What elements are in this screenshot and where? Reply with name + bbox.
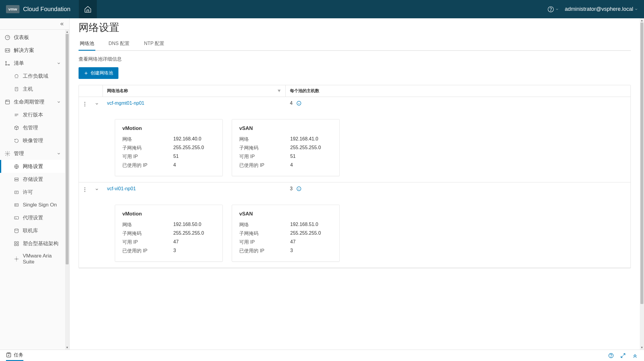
- network-icon: [13, 163, 20, 170]
- footer-collapse-button[interactable]: [632, 353, 638, 359]
- tab-dns[interactable]: DNS 配置: [107, 38, 131, 51]
- logo: vmw: [6, 5, 19, 13]
- sidebar-item-inventory[interactable]: 清单: [0, 57, 65, 70]
- scrollbar-thumb[interactable]: [66, 34, 69, 264]
- sidebar-item-depot[interactable]: 联机库: [0, 224, 65, 237]
- filter-icon[interactable]: [277, 89, 281, 93]
- inventory-icon: [4, 60, 11, 67]
- lifecycle-icon: [4, 99, 11, 105]
- workload-icon: [13, 73, 20, 80]
- sidebar-item-label: 映像管理: [23, 137, 43, 144]
- sidebar-item-dashboard[interactable]: 仪表板: [0, 31, 65, 44]
- card-value: 4: [173, 162, 176, 169]
- user-menu[interactable]: administrator@vsphere.local: [565, 6, 638, 12]
- svg-point-27: [85, 106, 85, 107]
- scrollbar-thumb[interactable]: [640, 23, 643, 304]
- sidebar-item-bundles[interactable]: 包管理: [0, 121, 65, 134]
- create-network-pool-button[interactable]: 创建网络池: [79, 67, 118, 79]
- row-actions-menu[interactable]: [79, 186, 91, 192]
- card-label: 已使用的 IP: [122, 248, 173, 254]
- card-label: 子网掩码: [239, 230, 290, 237]
- card-title: vSAN: [239, 125, 332, 131]
- sidebar-item-label: 仪表板: [14, 34, 29, 41]
- row-expand-toggle[interactable]: [91, 186, 103, 191]
- help-icon: [547, 6, 554, 13]
- nav-list: 仪表板 解决方案 清单 工作负载域 主机 生命周期管理: [0, 30, 65, 350]
- card-value: 4: [290, 162, 293, 169]
- pool-name-link[interactable]: vcf-mgmt01-np01: [103, 101, 286, 106]
- svg-rect-21: [17, 242, 19, 243]
- scroll-up-arrow[interactable]: ▲: [640, 18, 644, 23]
- sidebar-item-composable[interactable]: 塑合型基础架构: [0, 237, 65, 250]
- sidebar-item-proxy[interactable]: 代理设置: [0, 211, 65, 224]
- scroll-down-arrow[interactable]: ▼: [65, 345, 69, 350]
- license-icon: [13, 189, 20, 196]
- info-icon[interactable]: [296, 101, 302, 106]
- svg-rect-14: [15, 179, 18, 181]
- sidebar-collapse[interactable]: [0, 18, 69, 30]
- card-value: 51: [290, 154, 296, 160]
- user-name: administrator@vsphere.local: [565, 6, 633, 12]
- scroll-down-arrow[interactable]: ▼: [640, 345, 644, 350]
- footer-expand-button[interactable]: [620, 353, 626, 359]
- sidebar-item-aria-suite[interactable]: VMware Aria Suite: [0, 250, 65, 268]
- sidebar-item-solutions[interactable]: 解决方案: [0, 44, 65, 57]
- tab-ntp[interactable]: NTP 配置: [143, 38, 165, 51]
- tabs: 网络池 DNS 配置 NTP 配置: [79, 38, 631, 51]
- home-tab[interactable]: [79, 0, 97, 18]
- sidebar-item-sso[interactable]: Single Sign On: [0, 199, 65, 211]
- tab-network-pool[interactable]: 网络池: [79, 38, 95, 51]
- sidebar-item-label: Single Sign On: [23, 202, 57, 208]
- card-value: 255.255.255.0: [173, 230, 204, 237]
- row-expand-toggle[interactable]: [91, 101, 103, 106]
- card-value: 255.255.255.0: [173, 145, 204, 151]
- pool-host-count: 4: [286, 101, 631, 106]
- sidebar-item-label: 主机: [23, 86, 33, 92]
- chevron-down-icon: [57, 100, 61, 104]
- tasks-tab[interactable]: 任务: [6, 352, 23, 361]
- svg-point-1: [550, 11, 551, 11]
- sidebar-item-label: 生命周期管理: [14, 98, 44, 105]
- sidebar-item-label: 工作负载域: [23, 73, 48, 80]
- th-name[interactable]: 网络池名称: [103, 85, 286, 97]
- bundle-icon: [13, 125, 20, 131]
- table-row: vcf-vi01-np01 3 vMotion 网络192.168.50.0 子…: [79, 182, 631, 268]
- card-value: 47: [290, 239, 296, 245]
- content-scrollbar[interactable]: ▲ ▼: [640, 18, 644, 350]
- sidebar-item-workload-domain[interactable]: 工作负载域: [0, 70, 65, 83]
- svg-point-31: [85, 191, 85, 192]
- sidebar-item-lifecycle[interactable]: 生命周期管理: [0, 95, 65, 108]
- scroll-up-arrow[interactable]: ▲: [65, 30, 69, 34]
- pool-name-link[interactable]: vcf-vi01-np01: [103, 186, 286, 191]
- sidebar-item-label: 管理: [14, 150, 24, 157]
- info-icon[interactable]: [296, 186, 302, 191]
- sidebar-scrollbar[interactable]: ▲ ▼: [65, 30, 69, 350]
- sidebar: 仪表板 解决方案 清单 工作负载域 主机 生命周期管理: [0, 18, 70, 350]
- sidebar-item-releases[interactable]: 发行版本: [0, 108, 65, 121]
- dashboard-icon: [4, 34, 11, 41]
- host-icon: [13, 86, 20, 92]
- card-label: 网络: [122, 136, 173, 143]
- svg-rect-23: [17, 244, 19, 245]
- sidebar-item-hosts[interactable]: 主机: [0, 83, 65, 95]
- aria-icon: [13, 256, 20, 262]
- sidebar-item-admin[interactable]: 管理: [0, 147, 65, 160]
- sidebar-item-images[interactable]: 映像管理: [0, 134, 65, 147]
- help-menu[interactable]: [547, 6, 559, 13]
- subtitle: 查看网络池详细信息: [79, 56, 631, 62]
- sidebar-item-network-settings[interactable]: 网络设置: [0, 160, 65, 173]
- card-label: 已使用的 IP: [239, 162, 290, 169]
- chevron-down-icon: [57, 61, 61, 65]
- network-pool-table: 网络池名称 每个池的主机数 vcf-mgmt01-np01 4: [79, 85, 631, 268]
- sidebar-item-storage-settings[interactable]: 存储设置: [0, 173, 65, 186]
- th-hosts[interactable]: 每个池的主机数: [286, 85, 631, 97]
- row-actions-menu[interactable]: [79, 101, 91, 107]
- sidebar-item-licensing[interactable]: 许可: [0, 186, 65, 199]
- svg-rect-18: [14, 216, 19, 219]
- sidebar-item-label: 发行版本: [23, 111, 43, 118]
- svg-point-26: [85, 104, 85, 105]
- svg-point-24: [16, 258, 17, 260]
- card-label: 网络: [122, 222, 173, 228]
- footer-help-button[interactable]: [608, 353, 614, 359]
- sidebar-item-label: 解决方案: [14, 47, 34, 54]
